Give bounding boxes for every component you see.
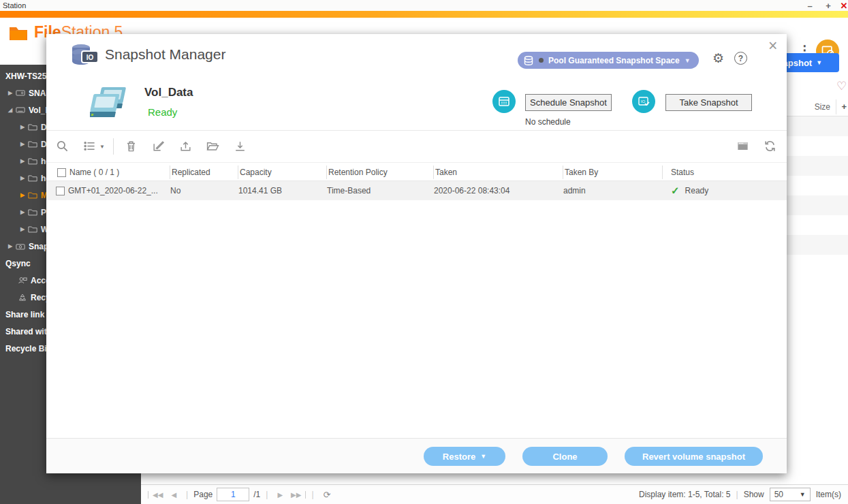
schedule-snapshot-button[interactable]: Schedule Snapshot <box>525 94 612 111</box>
dialog-header: IO Snapshot Manager Pool Guaranteed Snap… <box>46 34 787 79</box>
accent-bar <box>0 11 848 18</box>
open-folder-icon[interactable] <box>206 140 220 153</box>
upload-icon[interactable] <box>179 140 193 153</box>
pool-selector-dropdown[interactable]: Pool Guaranteed Snapshot Space ▼ <box>518 52 699 69</box>
page-total: /1 <box>253 490 260 499</box>
snapshot-table: Name ( 0 / 1 ) Replicated Capacity Reten… <box>46 162 787 200</box>
chevron-down-icon[interactable]: ▼ <box>99 144 105 150</box>
take-snapshot-icon: IO <box>632 90 655 113</box>
take-snapshot-button[interactable]: Take Snapshot <box>665 94 752 111</box>
folder-icon <box>28 123 37 131</box>
collapse-arrow-icon[interactable]: ◢ <box>7 107 14 113</box>
cell-taken-by: admin <box>563 186 663 195</box>
select-all-checkbox[interactable] <box>57 168 66 177</box>
first-page-icon[interactable]: ◀◀ <box>148 491 167 499</box>
snapshot-manager-dialog: IO Snapshot Manager Pool Guaranteed Snap… <box>46 34 787 473</box>
size-column-header[interactable]: Size <box>815 102 830 112</box>
refresh-icon[interactable] <box>764 140 777 153</box>
delete-icon[interactable] <box>125 140 138 153</box>
recycle-icon <box>18 293 27 302</box>
pool-selector-label: Pool Guaranteed Snapshot Space <box>548 56 680 65</box>
row-checkbox[interactable] <box>56 187 65 195</box>
close-window-button[interactable]: ✕ <box>838 1 848 11</box>
dialog-toolbar: ▼ <box>46 131 787 162</box>
expand-arrow-icon[interactable]: ▶ <box>19 141 26 147</box>
view-options-icon[interactable] <box>83 140 97 153</box>
folder-logo-icon <box>8 24 29 42</box>
volume-section: Vol_Data Ready Schedule Snapshot No sche… <box>46 79 787 131</box>
page-label: Page <box>193 490 213 499</box>
nas-icon <box>16 89 25 97</box>
edit-icon[interactable] <box>152 140 166 153</box>
folder-icon <box>28 191 37 200</box>
col-capacity[interactable]: Capacity <box>238 163 327 182</box>
dialog-footer: Restore▼ Clone Revert volume snapshot <box>46 438 787 473</box>
items-per-page-select[interactable]: 50▼ <box>770 488 811 501</box>
column-divider <box>836 99 836 114</box>
schedule-calendar-icon <box>492 90 516 113</box>
ready-check-icon: ✓ <box>671 185 680 197</box>
revert-volume-snapshot-button[interactable]: Revert volume snapshot <box>625 447 763 466</box>
settings-gear-icon[interactable]: ⚙ <box>712 50 724 66</box>
volume-drives-icon <box>90 83 129 121</box>
folder-icon <box>28 225 37 234</box>
camera-icon <box>16 242 25 251</box>
display-item-count: Display item: 1-5, Total: 5 <box>639 490 731 499</box>
volume-icon <box>16 106 25 114</box>
folder-icon <box>28 157 37 166</box>
expand-arrow-icon[interactable]: ▶ <box>19 192 26 198</box>
clone-button[interactable]: Clone <box>522 447 608 466</box>
help-icon[interactable]: ? <box>734 52 747 65</box>
col-retention[interactable]: Retention Policy <box>327 163 434 182</box>
expand-arrow-icon[interactable]: ▶ <box>7 90 14 96</box>
content-bottom-strip <box>141 473 848 485</box>
col-taken[interactable]: Taken <box>434 163 563 182</box>
restore-button[interactable]: Restore▼ <box>424 447 505 466</box>
col-status[interactable]: Status <box>663 163 787 182</box>
refresh-list-icon[interactable]: ⟳ <box>319 490 335 500</box>
cell-taken: 2020-06-22 08:43:04 <box>434 186 563 195</box>
volume-status: Ready <box>148 106 177 118</box>
pool-database-icon <box>523 55 534 66</box>
search-icon[interactable] <box>56 140 69 153</box>
expand-arrow-icon[interactable]: ▶ <box>19 124 26 130</box>
minimize-button[interactable]: – <box>804 1 816 11</box>
expand-arrow-icon[interactable]: ▶ <box>19 175 26 181</box>
table-row[interactable]: GMT+01_2020-06-22_... No 1014.41 GB Time… <box>46 181 787 200</box>
cell-name: GMT+01_2020-06-22_... <box>68 186 170 195</box>
maximize-button[interactable]: + <box>822 1 834 11</box>
add-column-button[interactable]: + <box>841 101 847 112</box>
close-dialog-icon[interactable]: × <box>768 37 777 55</box>
cell-retention: Time-Based <box>327 186 434 195</box>
chevron-down-icon: ▼ <box>800 491 806 498</box>
col-replicated[interactable]: Replicated <box>170 163 238 182</box>
window-view-icon[interactable] <box>736 140 750 153</box>
download-icon[interactable] <box>234 140 247 153</box>
pool-status-dot <box>539 58 544 63</box>
dialog-title: Snapshot Manager <box>105 46 225 63</box>
table-header-row: Name ( 0 / 1 ) Replicated Capacity Reten… <box>46 162 787 181</box>
last-page-icon[interactable]: ▶▶ <box>287 491 306 499</box>
user-icon <box>18 276 27 285</box>
expand-arrow-icon[interactable]: ▶ <box>19 226 26 232</box>
window-title: Station <box>3 1 26 10</box>
folder-icon <box>28 208 37 217</box>
next-page-icon[interactable]: ▶ <box>273 491 287 499</box>
expand-arrow-icon[interactable]: ▶ <box>7 243 14 249</box>
page-input[interactable] <box>217 488 249 501</box>
chevron-down-icon: ▼ <box>816 59 822 66</box>
col-name[interactable]: Name ( 0 / 1 ) <box>68 163 170 182</box>
chevron-down-icon: ▼ <box>480 453 486 460</box>
expand-arrow-icon[interactable]: ▶ <box>19 209 26 215</box>
prev-page-icon[interactable]: ◀ <box>167 491 180 499</box>
volume-name: Vol_Data <box>144 86 193 99</box>
status-bar: ◀◀ ◀ | Page /1 | ▶ ▶▶ | ⟳ Display item: … <box>141 485 848 504</box>
expand-arrow-icon[interactable]: ▶ <box>19 158 26 164</box>
folder-icon <box>28 174 37 183</box>
col-taken-by[interactable]: Taken By <box>563 163 663 182</box>
schedule-note: No schedule <box>525 117 571 127</box>
favorite-heart-icon[interactable]: ♡ <box>836 79 847 93</box>
chevron-down-icon: ▼ <box>685 57 691 64</box>
svg-text:IO: IO <box>87 54 94 61</box>
folder-icon <box>28 140 37 148</box>
